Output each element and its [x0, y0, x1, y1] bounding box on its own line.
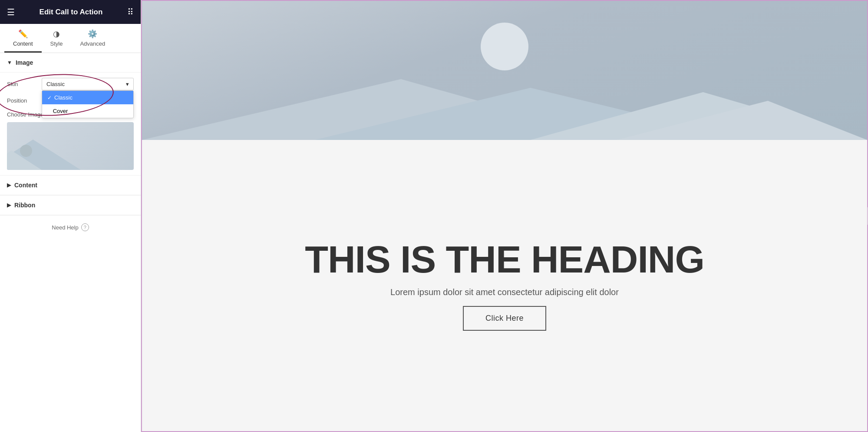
dropdown-option-classic[interactable]: ✓ Classic: [42, 91, 133, 104]
cta-heading: THIS IS THE HEADING: [305, 240, 704, 279]
content-section: ▶ Content: [0, 176, 141, 196]
main-content: THIS IS THE HEADING Lorem ipsum dolor si…: [141, 0, 868, 432]
content-tab-icon: ✏️: [18, 29, 28, 39]
skin-dropdown-arrow: ▾: [126, 81, 129, 87]
tab-style[interactable]: ◑ Style: [42, 24, 72, 53]
grid-icon[interactable]: ⠿: [127, 7, 134, 17]
cta-mountain-svg: [142, 53, 867, 140]
need-help-row[interactable]: Need Help ?: [0, 216, 141, 239]
canvas-area: THIS IS THE HEADING Lorem ipsum dolor si…: [141, 0, 868, 432]
content-tab-label: Content: [13, 40, 33, 47]
position-label: Position: [7, 97, 42, 104]
panel-content: ▼ Image Skin Classic ▾ ✓: [0, 53, 141, 432]
ribbon-section-title: Ribbon: [14, 202, 35, 209]
check-icon: ✓: [47, 95, 52, 101]
panel-header-title: Edit Call to Action: [40, 8, 103, 17]
left-panel: ☰ Edit Call to Action ⠿ ✏️ Content ◑ Sty…: [0, 0, 141, 432]
skin-dropdown-trigger[interactable]: Classic ▾: [42, 78, 134, 90]
dropdown-option-cover[interactable]: Cover: [42, 104, 133, 118]
skin-label: Skin: [7, 81, 42, 87]
advanced-tab-icon: ⚙️: [88, 29, 97, 39]
cta-button[interactable]: Click Here: [463, 306, 546, 331]
tab-content[interactable]: ✏️ Content: [4, 24, 42, 53]
cta-widget: THIS IS THE HEADING Lorem ipsum dolor si…: [141, 0, 868, 432]
help-icon: ?: [81, 223, 89, 231]
content-section-arrow: ▶: [7, 182, 11, 188]
image-section-body: Skin Classic ▾ ✓ Classic: [0, 73, 141, 176]
image-section-header[interactable]: ▼ Image: [0, 53, 141, 73]
image-section-arrow: ▼: [7, 60, 12, 66]
cta-image-area: [142, 1, 867, 140]
choose-image-label: Choose Image: [7, 111, 44, 118]
style-tab-label: Style: [50, 40, 63, 47]
image-mountain-svg: [7, 126, 81, 170]
tab-advanced[interactable]: ⚙️ Advanced: [71, 24, 114, 53]
ribbon-section: ▶ Ribbon: [0, 196, 141, 216]
skin-dropdown-wrapper: Classic ▾ ✓ Classic Cover: [42, 78, 134, 90]
cover-option-label: Cover: [53, 108, 68, 114]
ribbon-section-header[interactable]: ▶ Ribbon: [0, 196, 141, 215]
skin-field-row: Skin Classic ▾ ✓ Classic: [7, 78, 134, 90]
image-section-title: Image: [16, 59, 33, 66]
content-section-title: Content: [14, 182, 37, 189]
advanced-tab-label: Advanced: [80, 40, 105, 47]
cta-subtext: Lorem ipsum dolor sit amet consectetur a…: [390, 287, 619, 297]
style-tab-icon: ◑: [53, 29, 60, 39]
need-help-label: Need Help: [52, 224, 78, 231]
panel-tabs: ✏️ Content ◑ Style ⚙️ Advanced: [0, 24, 141, 53]
image-preview[interactable]: [7, 122, 134, 170]
hamburger-icon[interactable]: ☰: [7, 7, 15, 17]
image-circle: [20, 145, 32, 157]
skin-dropdown-menu: ✓ Classic Cover: [42, 90, 134, 118]
ribbon-section-arrow: ▶: [7, 202, 11, 208]
skin-dropdown-value: Classic: [46, 81, 65, 87]
cover-check-placeholder: [47, 108, 50, 114]
panel-header: ☰ Edit Call to Action ⠿: [0, 0, 141, 24]
classic-option-label: Classic: [54, 94, 73, 101]
cta-content-area: THIS IS THE HEADING Lorem ipsum dolor si…: [142, 140, 867, 431]
content-section-header[interactable]: ▶ Content: [0, 176, 141, 195]
